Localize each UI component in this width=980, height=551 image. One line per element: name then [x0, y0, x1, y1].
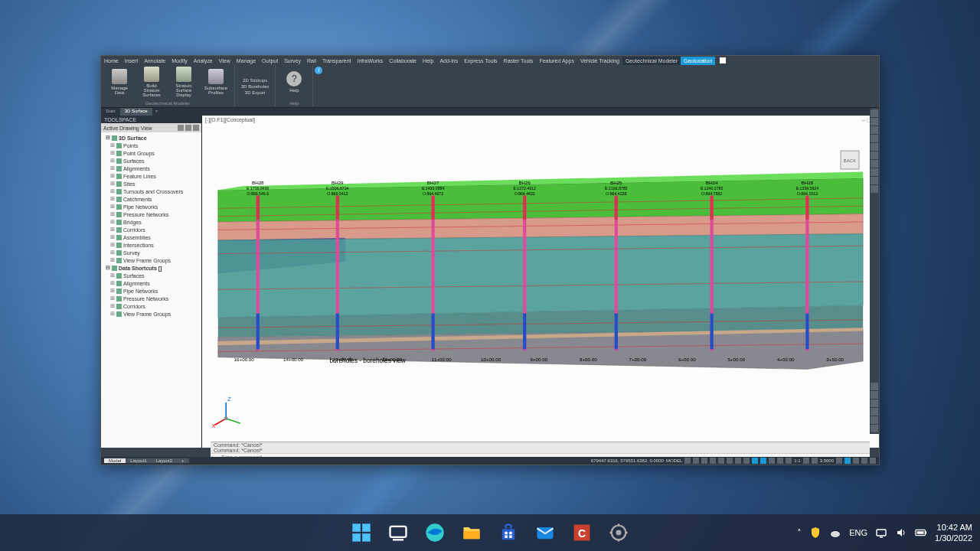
- viewport[interactable]: [-][O.F1][Conceptual] − □ × BACK: [202, 116, 879, 448]
- tree-item[interactable]: ⊞Assemblies: [103, 233, 200, 241]
- onedrive-icon[interactable]: [829, 527, 841, 539]
- tree-item[interactable]: ⊞View Frame Groups: [103, 310, 200, 318]
- tree-item[interactable]: ⊞Feature Lines: [103, 172, 200, 180]
- menu-rastertools[interactable]: Raster Tools: [501, 58, 537, 64]
- selection-filter[interactable]: [777, 458, 783, 464]
- tray-chevron-icon[interactable]: ˄: [797, 528, 802, 538]
- tree-item[interactable]: ⊞Survey: [103, 249, 200, 256]
- menu-manage[interactable]: Manage: [234, 58, 259, 64]
- menu-output[interactable]: Output: [259, 58, 281, 64]
- layout2-tab[interactable]: Layout2: [152, 458, 177, 463]
- build-stratum-button[interactable]: BuildStratum Surfaces: [136, 67, 167, 97]
- selection-cycling[interactable]: [752, 458, 758, 464]
- mail-button[interactable]: [530, 517, 560, 548]
- space-mode[interactable]: MODEL: [666, 458, 682, 463]
- hw-accel[interactable]: [844, 458, 851, 464]
- tree-item[interactable]: ⊞Surfaces: [103, 272, 200, 279]
- menu-extra-icon[interactable]: [720, 57, 726, 64]
- add-layout-button[interactable]: +: [177, 458, 189, 463]
- civil3d-button[interactable]: C: [567, 517, 597, 548]
- viewport-title[interactable]: [-][O.F1][Conceptual]: [205, 117, 255, 122]
- tree-item[interactable]: ⊟3D Surface: [103, 134, 200, 142]
- security-icon[interactable]: [809, 527, 822, 539]
- drawing-tab[interactable]: 3D Surface: [120, 108, 152, 116]
- toolbar-icon-2[interactable]: [185, 125, 191, 131]
- model-tab[interactable]: Model: [104, 458, 126, 463]
- tree-item[interactable]: ⊞Pipe Networks: [103, 203, 200, 210]
- menu-home[interactable]: Home: [101, 58, 122, 64]
- anno-auto[interactable]: [812, 458, 818, 464]
- menu-featuredapps[interactable]: Featured Apps: [536, 58, 577, 64]
- lineweight-toggle[interactable]: [735, 458, 741, 464]
- menu-addins[interactable]: Add-ins: [436, 58, 461, 64]
- tree-item[interactable]: ⊞Intersections: [103, 241, 200, 249]
- volume-icon[interactable]: [895, 527, 907, 539]
- tree-item[interactable]: ⊟Data Shortcuts []: [103, 264, 200, 272]
- grid-toggle[interactable]: [684, 458, 691, 464]
- store-button[interactable]: [493, 517, 524, 548]
- clean-screen[interactable]: [861, 458, 867, 464]
- 3dosnap-toggle[interactable]: [760, 458, 766, 464]
- nav-tool-6[interactable]: [871, 152, 878, 159]
- settings-button[interactable]: [603, 517, 634, 548]
- nav-tool-14[interactable]: [871, 408, 878, 416]
- nav-tool-11[interactable]: [871, 383, 878, 390]
- toolbar-icon-1[interactable]: [178, 125, 184, 131]
- edge-button[interactable]: [420, 517, 450, 548]
- customize-button[interactable]: [870, 458, 876, 464]
- nav-tool-8[interactable]: [871, 168, 878, 176]
- menu-infraworks[interactable]: InfraWorks: [354, 58, 386, 64]
- menu-expresstools[interactable]: Express Tools: [461, 58, 500, 64]
- menu-view[interactable]: View: [216, 58, 234, 64]
- otrack-toggle[interactable]: [727, 458, 733, 464]
- polar-toggle[interactable]: [710, 458, 716, 464]
- snap-toggle[interactable]: [693, 458, 699, 464]
- manage-data-button[interactable]: ManageData: [104, 67, 135, 97]
- 3d-export-button[interactable]: 3D Export: [242, 90, 269, 96]
- info-icon[interactable]: i: [315, 67, 322, 107]
- gizmo-toggle[interactable]: [786, 458, 792, 464]
- stratum-display-button[interactable]: Stratum SurfaceDisplay: [168, 67, 199, 97]
- nav-tool-5[interactable]: [871, 143, 878, 151]
- tree-item[interactable]: ⊞Points: [103, 142, 200, 149]
- drawing-area[interactable]: [-][O.F1][Conceptual] − □ × BACK: [202, 116, 879, 448]
- view-cube[interactable]: BACK: [836, 146, 864, 174]
- menu-help[interactable]: Help: [420, 58, 436, 64]
- nav-tool-4[interactable]: [871, 135, 878, 142]
- tree-item[interactable]: ⊞Corridors: [103, 226, 200, 233]
- nav-tool-2[interactable]: [871, 118, 878, 126]
- menu-geolocation[interactable]: Geolocation: [681, 57, 715, 65]
- menu-analyze[interactable]: Analyze: [191, 58, 216, 64]
- subsurface-profiles-button[interactable]: SubsurfaceProfiles: [201, 67, 231, 97]
- menu-annotate[interactable]: Annotate: [141, 58, 168, 64]
- toolbar-icon-3[interactable]: [193, 125, 199, 131]
- language-indicator[interactable]: ENG: [849, 528, 867, 537]
- nav-tool-7[interactable]: [871, 160, 878, 168]
- isolate-objects[interactable]: [853, 458, 859, 464]
- menu-survey[interactable]: Survey: [281, 58, 304, 64]
- nav-tool-15[interactable]: [871, 416, 878, 424]
- dyn-ucs[interactable]: [769, 458, 775, 464]
- tree-item[interactable]: ⊞Pressure Networks: [103, 210, 200, 218]
- menu-insert[interactable]: Insert: [122, 58, 142, 64]
- osnap-toggle[interactable]: [718, 458, 724, 464]
- help-button[interactable]: ?Help: [279, 67, 309, 97]
- nav-tool-16[interactable]: [871, 425, 878, 432]
- transparency-toggle[interactable]: [743, 458, 750, 464]
- battery-icon[interactable]: [915, 527, 927, 539]
- menu-modify[interactable]: Modify: [168, 58, 191, 64]
- tree-item[interactable]: ⊞Surfaces: [103, 157, 200, 165]
- anno-scale[interactable]: 1:1: [794, 458, 800, 463]
- nav-tool-10[interactable]: [871, 185, 878, 193]
- network-icon[interactable]: [875, 527, 887, 539]
- tree-item[interactable]: ⊞Corridors: [103, 302, 200, 310]
- nav-tool-12[interactable]: [871, 391, 878, 399]
- menu-vehicletracking[interactable]: Vehicle Tracking: [577, 58, 622, 64]
- tree-item[interactable]: ⊞Alignments: [103, 165, 200, 172]
- task-view-button[interactable]: [383, 517, 413, 548]
- nav-tool-3[interactable]: [871, 126, 878, 134]
- nav-tool-9[interactable]: [871, 177, 878, 184]
- viewport-min-icon[interactable]: −: [862, 117, 866, 124]
- tree-item[interactable]: ⊞View Frame Groups: [103, 256, 200, 264]
- explorer-button[interactable]: [456, 517, 487, 548]
